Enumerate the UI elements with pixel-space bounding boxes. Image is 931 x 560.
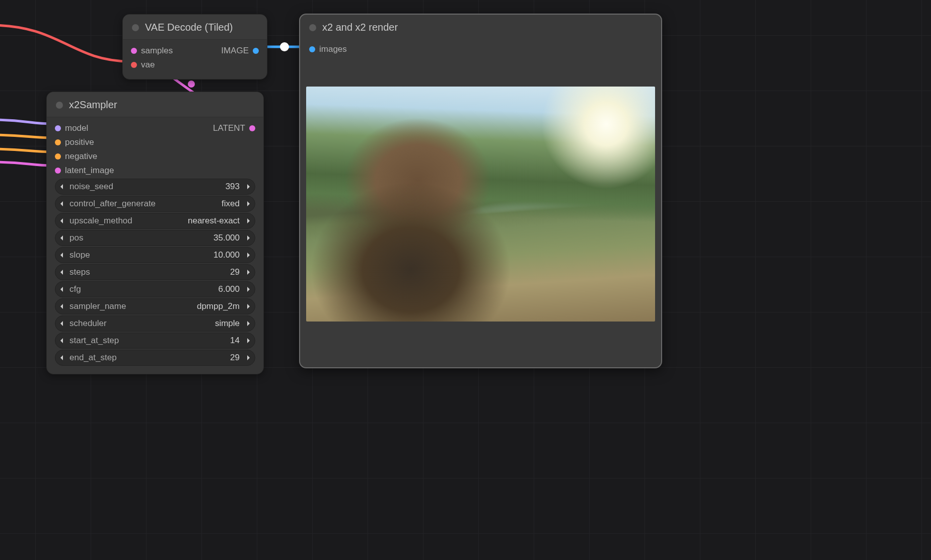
param-label: end_at_step <box>67 353 117 363</box>
param-decrement-icon[interactable] <box>56 334 67 348</box>
param-increment-icon[interactable] <box>243 197 254 211</box>
param-value: 14 <box>230 336 243 346</box>
node-x2sampler[interactable]: x2Sampler model LATENT positive <box>46 92 264 374</box>
param-value: 6.000 <box>218 284 243 294</box>
collapse-icon[interactable] <box>56 102 63 109</box>
param-pos[interactable]: pos35.000 <box>55 230 255 246</box>
param-label: control_after_generate <box>67 199 156 209</box>
port-dot-icon <box>253 48 259 54</box>
port-dot-icon <box>55 139 61 145</box>
input-port-samples[interactable]: samples <box>131 44 173 58</box>
port-dot-icon <box>309 46 315 52</box>
param-decrement-icon[interactable] <box>56 265 67 279</box>
param-label: slope <box>67 250 90 260</box>
preview-image <box>306 87 655 322</box>
param-decrement-icon[interactable] <box>56 299 67 313</box>
param-increment-icon[interactable] <box>243 351 254 365</box>
param-increment-icon[interactable] <box>243 316 254 331</box>
input-port-positive[interactable]: positive <box>55 135 94 149</box>
node-preview[interactable]: x2 and x2 render images <box>299 14 662 368</box>
input-port-model[interactable]: model <box>55 121 88 135</box>
param-increment-icon[interactable] <box>243 214 254 228</box>
port-label: positive <box>65 135 94 149</box>
param-label: scheduler <box>67 318 107 329</box>
param-start_at_step[interactable]: start_at_step14 <box>55 333 255 349</box>
param-decrement-icon[interactable] <box>56 351 67 365</box>
param-label: sampler_name <box>67 301 126 311</box>
param-value: nearest-exact <box>188 216 243 226</box>
param-decrement-icon[interactable] <box>56 282 67 296</box>
port-dot-icon <box>55 168 61 174</box>
port-label: latent_image <box>65 164 114 178</box>
port-dot-icon <box>55 125 61 131</box>
param-label: start_at_step <box>67 336 119 346</box>
input-port-images[interactable]: images <box>309 42 347 56</box>
node-header[interactable]: x2Sampler <box>47 92 263 117</box>
param-value: 35.000 <box>213 233 243 243</box>
param-steps[interactable]: steps29 <box>55 264 255 280</box>
param-label: steps <box>67 267 90 277</box>
param-value: simple <box>215 318 243 329</box>
param-increment-icon[interactable] <box>243 282 254 296</box>
port-label: LATENT <box>213 121 245 135</box>
param-increment-icon[interactable] <box>243 231 254 245</box>
port-label: model <box>65 121 88 135</box>
param-scheduler[interactable]: schedulersimple <box>55 315 255 332</box>
param-increment-icon[interactable] <box>243 265 254 279</box>
param-noise_seed[interactable]: noise_seed393 <box>55 179 255 195</box>
param-sampler_name[interactable]: sampler_namedpmpp_2m <box>55 298 255 314</box>
param-decrement-icon[interactable] <box>56 214 67 228</box>
output-port-image[interactable]: IMAGE <box>221 44 259 58</box>
port-label: vae <box>141 58 155 72</box>
node-title: x2 and x2 render <box>322 22 398 33</box>
port-dot-icon <box>55 153 61 159</box>
param-value: 29 <box>230 267 243 277</box>
input-port-latent-image[interactable]: latent_image <box>55 164 114 178</box>
param-end_at_step[interactable]: end_at_step29 <box>55 350 255 366</box>
param-value: 393 <box>226 182 243 192</box>
input-port-negative[interactable]: negative <box>55 149 97 164</box>
param-value: fixed <box>222 199 243 209</box>
param-label: noise_seed <box>67 182 113 192</box>
param-increment-icon[interactable] <box>243 248 254 262</box>
collapse-icon[interactable] <box>132 24 139 31</box>
port-dot-icon <box>131 62 137 68</box>
param-increment-icon[interactable] <box>243 180 254 194</box>
param-cfg[interactable]: cfg6.000 <box>55 281 255 297</box>
node-title: VAE Decode (Tiled) <box>145 22 233 33</box>
port-label: images <box>319 42 347 56</box>
param-decrement-icon[interactable] <box>56 316 67 331</box>
port-dot-icon <box>249 125 255 131</box>
node-header[interactable]: VAE Decode (Tiled) <box>123 15 267 40</box>
param-value: dpmpp_2m <box>197 301 243 311</box>
node-header[interactable]: x2 and x2 render <box>300 15 661 39</box>
node-vae-decode[interactable]: VAE Decode (Tiled) samples IMAGE vae <box>122 14 267 79</box>
output-port-latent[interactable]: LATENT <box>213 121 255 135</box>
param-control_after_generate[interactable]: control_after_generatefixed <box>55 196 255 212</box>
param-label: pos <box>67 233 83 243</box>
port-label: samples <box>141 44 173 58</box>
param-increment-icon[interactable] <box>243 334 254 348</box>
param-value: 29 <box>230 353 243 363</box>
param-label: upscale_method <box>67 216 132 226</box>
param-increment-icon[interactable] <box>243 299 254 313</box>
param-value: 10.000 <box>213 250 243 260</box>
param-decrement-icon[interactable] <box>56 180 67 194</box>
node-title: x2Sampler <box>69 99 117 111</box>
port-label: IMAGE <box>221 44 249 58</box>
param-decrement-icon[interactable] <box>56 197 67 211</box>
param-label: cfg <box>67 284 81 294</box>
param-decrement-icon[interactable] <box>56 248 67 262</box>
param-upscale_method[interactable]: upscale_methodnearest-exact <box>55 213 255 229</box>
port-label: negative <box>65 149 97 164</box>
port-dot-icon <box>131 48 137 54</box>
param-decrement-icon[interactable] <box>56 231 67 245</box>
param-slope[interactable]: slope10.000 <box>55 247 255 263</box>
input-port-vae[interactable]: vae <box>131 58 155 72</box>
collapse-icon[interactable] <box>309 24 316 31</box>
